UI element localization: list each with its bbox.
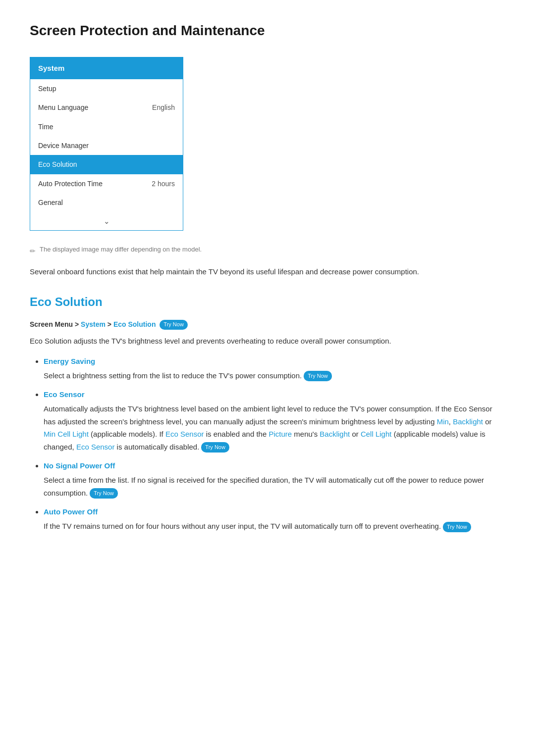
breadcrumb-prefix: Screen Menu > <box>30 320 81 328</box>
menu-item-value: English <box>152 102 175 113</box>
page-title: Screen Protection and Maintenance <box>30 20 505 42</box>
menu-item-label: Eco Solution <box>38 159 77 170</box>
system-menu: System SetupMenu LanguageEnglishTimeDevi… <box>30 57 183 231</box>
list-item: Eco SensorAutomatically adjusts the TV's… <box>44 389 505 453</box>
note-text: The displayed image may differ depending… <box>40 245 202 255</box>
inline-link[interactable]: Picture <box>268 430 292 438</box>
menu-item[interactable]: Eco Solution <box>30 155 183 174</box>
menu-item[interactable]: Device Manager <box>30 136 183 155</box>
menu-item-label: Auto Protection Time <box>38 178 103 189</box>
menu-item-label: Device Manager <box>38 140 89 151</box>
menu-item-value: 2 hours <box>152 178 175 189</box>
intro-text: Several onboard functions exist that hel… <box>30 265 505 278</box>
try-now-badge[interactable]: Try Now <box>90 488 118 499</box>
try-now-badge[interactable]: Try Now <box>443 522 471 532</box>
menu-item[interactable]: Setup <box>30 79 183 98</box>
inline-link[interactable]: Backlight <box>453 417 483 426</box>
note-line: ✏ The displayed image may differ dependi… <box>30 245 505 256</box>
menu-chevron-icon: ⌄ <box>30 212 183 230</box>
feature-name: Eco Sensor <box>44 390 85 399</box>
try-now-badge[interactable]: Try Now <box>201 442 229 453</box>
menu-item[interactable]: General <box>30 193 183 212</box>
feature-desc: Automatically adjusts the TV's brightnes… <box>44 403 505 453</box>
inline-link[interactable]: Backlight <box>320 430 350 438</box>
menu-item[interactable]: Auto Protection Time2 hours <box>30 174 183 193</box>
feature-desc: Select a time from the list. If no signa… <box>44 474 505 499</box>
breadcrumb-sep: > <box>106 320 113 328</box>
eco-section-title: Eco Solution <box>30 293 505 311</box>
breadcrumb-try-now-badge[interactable]: Try Now <box>160 320 188 330</box>
menu-item-label: Setup <box>38 83 56 94</box>
menu-item-label: Time <box>38 121 54 132</box>
inline-link[interactable]: Eco Sensor <box>165 430 204 438</box>
feature-desc: Select a brightness setting from the lis… <box>44 369 505 382</box>
feature-desc: If the TV remains turned on for four hou… <box>44 520 505 533</box>
inline-link[interactable]: Eco Sensor <box>76 443 115 451</box>
breadcrumb-system-link[interactable]: System <box>81 320 106 328</box>
inline-link[interactable]: Min Cell Light <box>44 430 89 438</box>
menu-item-label: Menu Language <box>38 102 88 113</box>
list-item: No Signal Power OffSelect a time from th… <box>44 460 505 499</box>
pencil-icon: ✏ <box>30 246 36 256</box>
breadcrumb: Screen Menu > System > Eco Solution Try … <box>30 319 505 330</box>
breadcrumb-eco-link[interactable]: Eco Solution <box>113 320 156 328</box>
eco-description: Eco Solution adjusts the TV's brightness… <box>30 335 505 348</box>
feature-list: Energy SavingSelect a brightness setting… <box>30 355 505 533</box>
inline-link[interactable]: Cell Light <box>361 430 392 438</box>
menu-item[interactable]: Time <box>30 117 183 136</box>
list-item: Energy SavingSelect a brightness setting… <box>44 355 505 382</box>
menu-item[interactable]: Menu LanguageEnglish <box>30 98 183 117</box>
feature-name: No Signal Power Off <box>44 461 115 470</box>
menu-header: System <box>30 57 183 79</box>
feature-name: Energy Saving <box>44 357 95 365</box>
list-item: Auto Power OffIf the TV remains turned o… <box>44 506 505 533</box>
menu-item-label: General <box>38 197 63 208</box>
feature-name: Auto Power Off <box>44 507 98 516</box>
try-now-badge[interactable]: Try Now <box>304 371 332 381</box>
inline-link[interactable]: Min <box>437 417 449 426</box>
